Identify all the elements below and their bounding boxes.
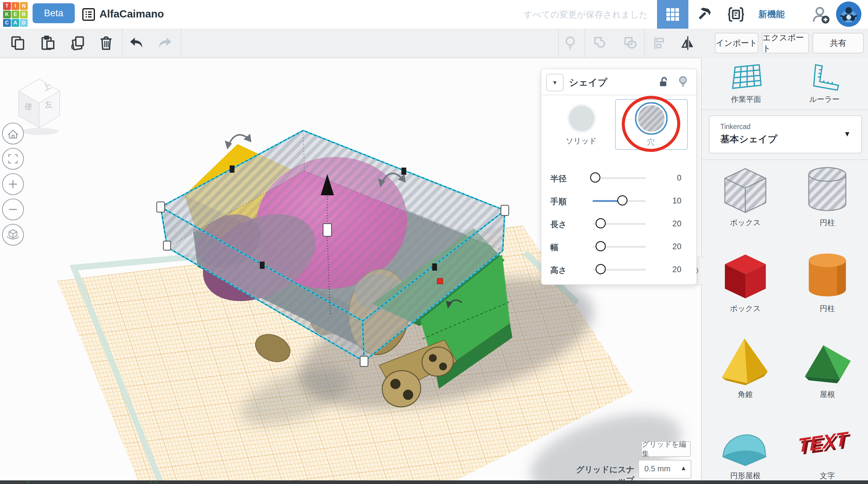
logo-tile: C bbox=[3, 19, 11, 27]
radius-slider[interactable] bbox=[592, 177, 646, 179]
copy-button[interactable] bbox=[9, 34, 27, 52]
slider-label: 半径 bbox=[550, 173, 567, 184]
slider-row-radius: 半径 0 bbox=[541, 173, 696, 185]
logo-tile: I bbox=[11, 2, 19, 10]
scale-handle-right[interactable] bbox=[501, 205, 509, 215]
slider-thumb[interactable] bbox=[617, 195, 627, 206]
workplane-tool[interactable]: 作業平面 bbox=[714, 61, 778, 109]
copy-icon bbox=[10, 35, 26, 51]
visibility-lightbulb-icon[interactable] bbox=[676, 75, 689, 88]
shape-box[interactable]: ボックス bbox=[714, 249, 777, 313]
hole-box-icon bbox=[714, 163, 777, 216]
logo-tile: E bbox=[11, 10, 19, 19]
shape-hole-box[interactable]: ボックス bbox=[714, 163, 777, 228]
pyramid-icon bbox=[714, 335, 777, 388]
shape-inspector-panel: ▾ シェイプ ソリッド bbox=[541, 69, 697, 285]
show-all-button[interactable] bbox=[561, 34, 579, 52]
slider-thumb[interactable] bbox=[595, 218, 606, 229]
zoom-out-button[interactable] bbox=[2, 199, 24, 220]
codeblocks-button[interactable] bbox=[720, 0, 752, 29]
solid-swatch bbox=[567, 103, 597, 133]
perspective-toggle-button[interactable] bbox=[2, 224, 24, 245]
scale-handle-front[interactable] bbox=[360, 356, 368, 366]
fit-view-button[interactable] bbox=[2, 148, 24, 170]
dashboard-grid-button[interactable] bbox=[657, 0, 688, 29]
redo-button[interactable] bbox=[156, 34, 174, 52]
edit-grid-button[interactable]: グリッドを編集 bbox=[641, 441, 691, 457]
shape-panel-header: ▾ シェイプ bbox=[541, 69, 696, 95]
library-name: 基本シェイプ bbox=[720, 133, 777, 146]
workplane-label: 作業平面 bbox=[714, 94, 778, 104]
shape-roof[interactable]: 屋根 bbox=[796, 335, 859, 399]
shape-library-dropdown[interactable]: Tinkercad 基本シェイプ ▾ bbox=[709, 115, 862, 153]
avatar[interactable] bbox=[836, 1, 861, 27]
unlock-icon[interactable] bbox=[657, 75, 670, 88]
mirror-button[interactable] bbox=[679, 34, 697, 52]
minecraft-export-button[interactable] bbox=[689, 0, 720, 29]
import-button[interactable]: インポート bbox=[715, 33, 758, 53]
shape-cylinder[interactable]: 円柱 bbox=[796, 249, 859, 313]
view-cube-left-label[interactable]: 左 bbox=[44, 99, 53, 110]
caret-up-icon: ▲ bbox=[681, 465, 687, 472]
edge-handle-1[interactable] bbox=[230, 165, 235, 173]
shape-text[interactable]: TEXT TEXT 文字 bbox=[796, 416, 859, 481]
home-view-button[interactable] bbox=[2, 123, 24, 144]
slider-row-width: 幅 20 bbox=[541, 241, 696, 253]
undo-icon bbox=[128, 35, 144, 51]
tinkercad-logo[interactable]: T I N K E R C A D bbox=[3, 2, 28, 27]
edge-handle-2[interactable] bbox=[401, 168, 406, 175]
design-properties-icon[interactable] bbox=[82, 7, 96, 22]
share-button[interactable]: 共有 bbox=[812, 33, 864, 53]
invite-user-icon[interactable] bbox=[810, 4, 831, 25]
center-handle[interactable] bbox=[323, 223, 332, 236]
view-cube-back-label[interactable]: 後 bbox=[24, 101, 33, 112]
pickaxe-icon bbox=[696, 6, 713, 23]
shape-round-roof[interactable]: 円形屋根 bbox=[714, 416, 777, 481]
beta-button[interactable]: Beta bbox=[33, 3, 75, 23]
box-icon bbox=[714, 249, 777, 302]
paste-button[interactable] bbox=[38, 34, 57, 52]
scale-handle-corner[interactable] bbox=[163, 241, 170, 250]
slider-thumb[interactable] bbox=[595, 241, 606, 251]
logo-tile: N bbox=[20, 2, 28, 10]
library-brand: Tinkercad bbox=[720, 123, 750, 131]
zoom-in-button[interactable] bbox=[2, 174, 24, 195]
edge-handle-4[interactable] bbox=[432, 263, 437, 271]
hole-option[interactable]: 穴 bbox=[615, 99, 688, 150]
scale-handle-left[interactable] bbox=[157, 202, 164, 212]
slider-thumb[interactable] bbox=[595, 264, 606, 274]
paste-icon bbox=[39, 35, 56, 51]
slider-thumb[interactable] bbox=[590, 172, 600, 183]
slider-label: 長さ bbox=[550, 219, 567, 230]
logo-tile: D bbox=[20, 19, 28, 27]
redo-icon bbox=[157, 35, 173, 51]
slider-value: 20 bbox=[654, 219, 681, 229]
lightbulb-icon bbox=[562, 35, 578, 51]
slider-value: 20 bbox=[654, 242, 681, 251]
nav-buttons bbox=[2, 123, 24, 245]
solid-option[interactable]: ソリッド bbox=[559, 99, 603, 149]
export-button[interactable]: エクスポート bbox=[762, 33, 809, 53]
panel-collapse-button[interactable]: ▾ bbox=[546, 74, 564, 91]
group-button[interactable] bbox=[591, 34, 610, 52]
align-button[interactable] bbox=[650, 34, 669, 52]
codeblocks-icon bbox=[727, 6, 745, 23]
shape-pyramid[interactable]: 角錐 bbox=[714, 335, 777, 399]
snap-grid-dropdown[interactable]: 0.5 mm ▲ bbox=[638, 460, 691, 479]
shape-hole-cylinder[interactable]: 円柱 bbox=[796, 163, 859, 228]
ruler-tool[interactable]: ルーラー bbox=[792, 61, 857, 109]
delete-button[interactable] bbox=[97, 34, 115, 52]
slider-value: 0 bbox=[654, 173, 681, 183]
logo-tile: K bbox=[3, 10, 11, 19]
ungroup-button[interactable] bbox=[621, 34, 640, 52]
duplicate-icon bbox=[69, 35, 85, 51]
design-title[interactable]: AlfaCaimano bbox=[99, 8, 164, 20]
edge-handle-3[interactable] bbox=[260, 262, 265, 269]
duplicate-button[interactable] bbox=[68, 34, 86, 52]
undo-button[interactable] bbox=[127, 34, 145, 52]
shape-label: 円柱 bbox=[796, 218, 859, 228]
workplane-icon bbox=[730, 63, 764, 92]
red-handle[interactable] bbox=[437, 278, 443, 284]
new-features-link[interactable]: 新機能 bbox=[752, 0, 791, 29]
dock-edge bbox=[0, 480, 868, 484]
